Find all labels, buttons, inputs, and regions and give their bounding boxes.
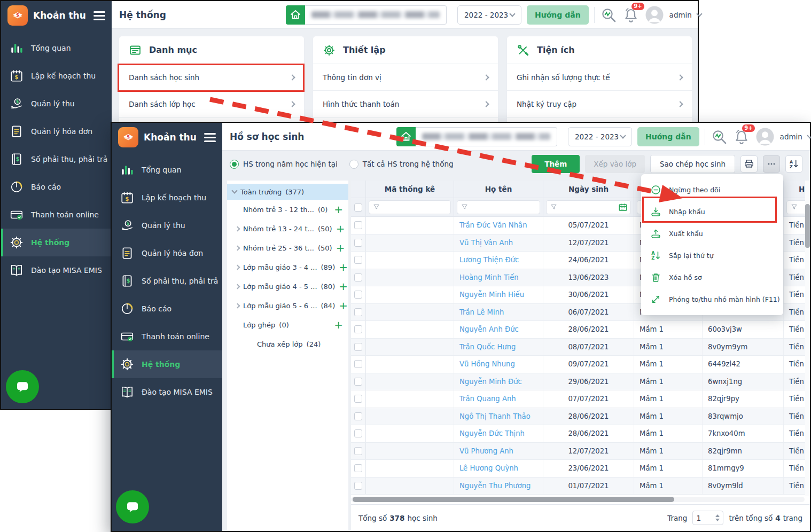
sidebar-item-6[interactable]: Thanh toán online	[112, 323, 222, 350]
chevron-down-icon[interactable]	[807, 132, 811, 138]
column-header-0[interactable]	[351, 181, 366, 198]
page-value[interactable]: 1	[696, 514, 715, 522]
student-name-link[interactable]: Nguyễn Minh Đức	[459, 378, 522, 386]
menu-item-3[interactable]: AZSắp lại thứ tự	[641, 245, 783, 267]
tree-item-2[interactable]: Nhóm trẻ 25 - 36 t...(50)+	[227, 238, 348, 257]
add-button[interactable]: Thêm	[532, 155, 580, 173]
cell-student-name[interactable]: Vũ Hồng Nhung	[454, 356, 543, 373]
school-name-input[interactable]	[305, 5, 447, 25]
chevron-down-icon[interactable]	[696, 11, 702, 17]
student-name-link[interactable]: Vũ Hồng Nhung	[459, 360, 515, 368]
row-checkbox[interactable]	[354, 308, 362, 316]
horizontal-scrollbar-thumb[interactable]	[353, 497, 674, 502]
add-class-icon[interactable]: +	[339, 262, 348, 272]
add-class-icon[interactable]: +	[334, 204, 343, 215]
tree-item-5[interactable]: Lớp mẫu giáo 5 - 6 ...(84)+	[227, 296, 348, 315]
add-class-icon[interactable]: +	[339, 300, 348, 311]
student-name-link[interactable]: Nguyễn Thu Phương	[459, 482, 531, 490]
school-name-input[interactable]	[416, 127, 557, 146]
sidebar-item-5[interactable]: Báo cáo	[112, 295, 222, 323]
row-checkbox[interactable]	[354, 412, 362, 420]
cell-student-name[interactable]: Nguyễn Thu Phương	[454, 478, 543, 495]
home-icon[interactable]	[396, 127, 416, 146]
cell-student-name[interactable]: Vũ Phương Anh	[454, 443, 543, 460]
tree-root-toan-truong[interactable]: Toàn trường(377)	[227, 184, 348, 200]
search-insight-icon[interactable]	[600, 6, 617, 24]
user-menu[interactable]: admin	[669, 11, 692, 19]
sidebar-item-7[interactable]: Hệ thống	[1, 229, 112, 256]
student-name-link[interactable]: Ngô Thị Thanh Thảo	[459, 412, 531, 420]
tree-item-7[interactable]: Chưa xếp lớp(24)	[227, 334, 348, 354]
help-button[interactable]: Hướng dẫn	[527, 5, 589, 25]
card-item[interactable]: Hình thức thanh toán	[313, 91, 498, 118]
add-class-icon[interactable]: +	[336, 242, 345, 253]
row-checkbox[interactable]	[354, 325, 362, 333]
chevron-right-icon[interactable]	[235, 284, 240, 289]
cell-student-name[interactable]: Lê Hương Quỳnh	[454, 460, 543, 477]
calendar-icon[interactable]	[618, 202, 628, 212]
row-checkbox[interactable]	[354, 464, 362, 472]
student-name-link[interactable]: Trần Đức Văn Nhân	[459, 221, 527, 229]
chevron-right-icon[interactable]	[235, 226, 240, 231]
student-name-link[interactable]: Vũ Thị Vân Anh	[459, 239, 513, 247]
cell-student-name[interactable]: Nguyễn Anh Đức	[454, 321, 543, 338]
card-item[interactable]: Nhật ký truy cập	[507, 91, 692, 118]
menu-item-1[interactable]: Nhập khẩu	[641, 201, 783, 223]
cell-student-name[interactable]: Trần Quang Anh	[454, 390, 543, 408]
menu-item-2[interactable]: Xuất khẩu	[641, 223, 783, 245]
hamburger-menu-icon[interactable]	[93, 11, 105, 20]
more-actions-button[interactable]	[763, 155, 780, 173]
row-checkbox[interactable]	[354, 221, 362, 229]
cell-student-name[interactable]: Hoàng Minh Tiến	[454, 269, 543, 286]
student-name-link[interactable]: Nguyễn Anh Đức	[459, 325, 519, 333]
copy-students-button[interactable]: Sao chép học sinh	[650, 155, 735, 173]
sidebar-item-8[interactable]: Đào tạo MISA EMIS	[1, 256, 112, 284]
cell-student-name[interactable]: Trần Lê Minh	[454, 304, 543, 321]
tree-item-4[interactable]: Lớp mẫu giáo 4 - 5 ...(80)+	[227, 277, 348, 296]
menu-item-4[interactable]: Xóa hồ sơ	[641, 267, 783, 288]
cell-student-name[interactable]: Lương Thiện Đức	[454, 252, 543, 269]
user-menu[interactable]: admin	[780, 132, 802, 141]
cell-student-name[interactable]: Trần Đức Văn Nhân	[454, 217, 543, 234]
row-checkbox[interactable]	[354, 291, 362, 299]
filter-input-2[interactable]	[457, 200, 540, 214]
home-icon[interactable]	[286, 5, 305, 25]
sidebar-item-4[interactable]: $Số phải thu, phải trả	[112, 267, 222, 295]
filter-input-1[interactable]	[369, 200, 451, 214]
sidebar-item-7[interactable]: Hệ thống	[112, 350, 222, 378]
row-checkbox[interactable]	[354, 273, 362, 281]
print-button[interactable]	[740, 155, 758, 173]
horizontal-scrollbar[interactable]	[351, 497, 805, 502]
row-checkbox[interactable]	[354, 395, 362, 403]
column-header-2[interactable]: Họ tên	[454, 181, 543, 198]
row-checkbox[interactable]	[354, 239, 362, 247]
chevron-right-icon[interactable]	[235, 303, 240, 308]
row-checkbox[interactable]	[354, 447, 362, 455]
student-name-link[interactable]: Nguyễn Đức Thịnh	[459, 429, 525, 437]
cell-student-name[interactable]: Trần Quốc Hưng	[454, 339, 543, 356]
cell-student-name[interactable]: Nguyễn Đức Thịnh	[454, 425, 543, 442]
sidebar-item-2[interactable]: $Quản lý thu	[1, 90, 112, 118]
row-checkbox[interactable]	[354, 429, 362, 437]
add-class-icon[interactable]: +	[336, 223, 345, 234]
sidebar-item-8[interactable]: Đào tạo MISA EMIS	[112, 378, 222, 406]
radio-all-students-label[interactable]: Tất cả HS trong hệ thống	[363, 160, 454, 168]
card-item[interactable]: Danh sách học sinh	[119, 64, 304, 91]
sidebar-item-2[interactable]: $Quản lý thu	[112, 212, 222, 239]
tree-item-0[interactable]: Nhóm trẻ 3 - 12 th...(0)+	[227, 200, 348, 219]
sidebar-item-1[interactable]: $Lập kế hoạch thu	[112, 184, 222, 212]
row-checkbox[interactable]	[354, 360, 362, 368]
chevron-right-icon[interactable]	[235, 245, 240, 251]
sidebar-item-4[interactable]: $Số phải thu, phải trả	[1, 145, 112, 173]
card-item[interactable]: Ghi nhận số lượng thực tế	[507, 64, 692, 91]
student-name-link[interactable]: Trần Quang Anh	[459, 395, 516, 403]
row-checkbox[interactable]	[354, 482, 362, 490]
column-header-3[interactable]: Ngày sinh	[543, 181, 634, 198]
card-item[interactable]: Danh sách lớp học	[119, 91, 304, 118]
student-name-link[interactable]: Hoàng Minh Tiến	[459, 273, 519, 281]
chat-support-button[interactable]	[6, 370, 39, 403]
school-year-select[interactable]: 2022 - 2023	[457, 5, 521, 25]
cell-student-name[interactable]: Vũ Thị Vân Anh	[454, 234, 543, 252]
row-checkbox[interactable]	[354, 378, 362, 386]
avatar[interactable]	[645, 5, 664, 25]
